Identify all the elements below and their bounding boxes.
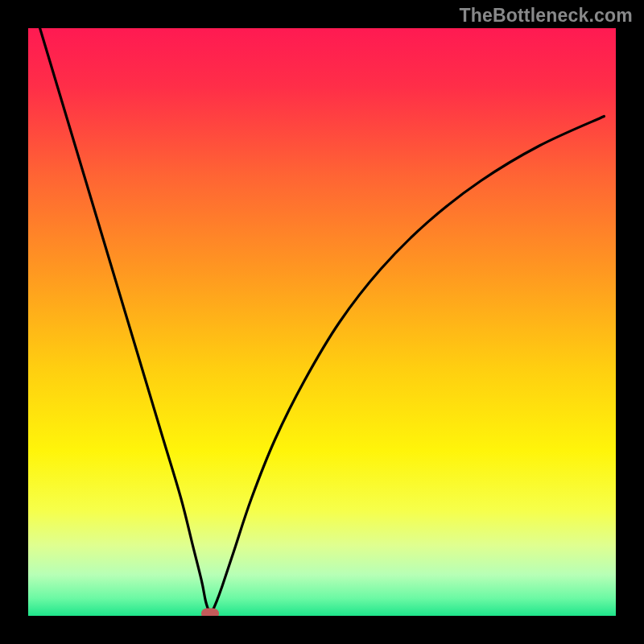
plot-area (28, 28, 616, 616)
bottleneck-curve (28, 28, 616, 616)
optimum-marker (201, 609, 219, 616)
chart-frame: TheBottleneck.com (0, 0, 644, 644)
watermark-text: TheBottleneck.com (459, 5, 633, 27)
